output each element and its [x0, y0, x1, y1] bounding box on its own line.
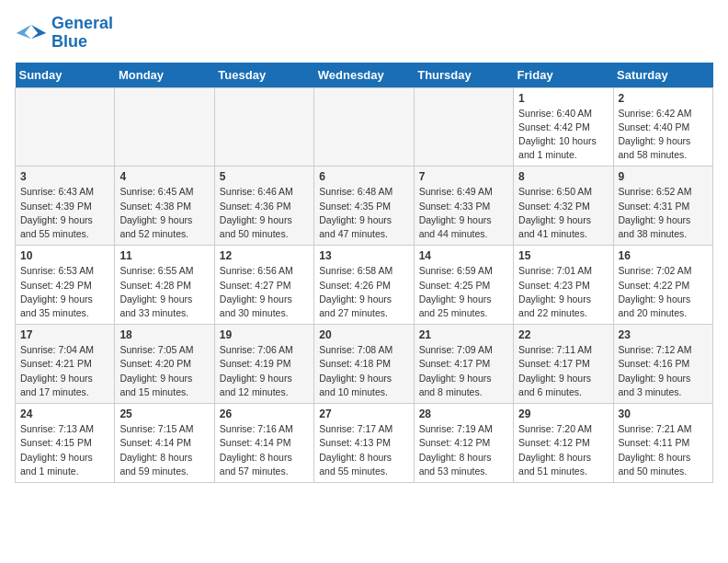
day-info: Sunrise: 7:01 AM Sunset: 4:23 PM Dayligh… — [518, 264, 608, 320]
day-info: Sunrise: 6:43 AM Sunset: 4:39 PM Dayligh… — [20, 185, 109, 241]
day-number: 5 — [220, 170, 309, 183]
day-number: 27 — [319, 408, 408, 420]
day-info: Sunrise: 6:46 AM Sunset: 4:36 PM Dayligh… — [220, 185, 309, 241]
calendar-cell: 12Sunrise: 6:56 AM Sunset: 4:27 PM Dayli… — [214, 246, 313, 325]
day-info: Sunrise: 7:17 AM Sunset: 4:13 PM Dayligh… — [319, 422, 408, 478]
calendar-cell: 29Sunrise: 7:20 AM Sunset: 4:12 PM Dayli… — [514, 404, 613, 483]
calendar-cell: 14Sunrise: 6:59 AM Sunset: 4:25 PM Dayli… — [414, 246, 513, 325]
svg-marker-1 — [17, 25, 31, 39]
day-number: 12 — [220, 249, 309, 262]
day-info: Sunrise: 6:53 AM Sunset: 4:29 PM Dayligh… — [20, 264, 109, 320]
calendar-cell: 3Sunrise: 6:43 AM Sunset: 4:39 PM Daylig… — [16, 167, 115, 246]
day-number: 22 — [518, 328, 608, 341]
day-number: 6 — [319, 170, 408, 183]
day-info: Sunrise: 7:02 AM Sunset: 4:22 PM Dayligh… — [619, 264, 708, 320]
day-info: Sunrise: 6:59 AM Sunset: 4:25 PM Dayligh… — [419, 264, 508, 320]
day-info: Sunrise: 7:16 AM Sunset: 4:14 PM Dayligh… — [220, 422, 309, 478]
day-info: Sunrise: 7:06 AM Sunset: 4:19 PM Dayligh… — [220, 343, 309, 399]
day-number: 25 — [119, 408, 209, 420]
svg-marker-0 — [31, 25, 46, 39]
calendar-cell: 18Sunrise: 7:05 AM Sunset: 4:20 PM Dayli… — [115, 325, 214, 404]
day-info: Sunrise: 6:56 AM Sunset: 4:27 PM Dayligh… — [220, 264, 309, 320]
day-number: 9 — [619, 170, 708, 183]
day-info: Sunrise: 7:04 AM Sunset: 4:21 PM Dayligh… — [20, 343, 109, 399]
calendar-cell: 21Sunrise: 7:09 AM Sunset: 4:17 PM Dayli… — [414, 325, 513, 404]
day-info: Sunrise: 6:48 AM Sunset: 4:35 PM Dayligh… — [319, 185, 408, 241]
day-info: Sunrise: 6:45 AM Sunset: 4:38 PM Dayligh… — [119, 185, 209, 241]
calendar-body: 1Sunrise: 6:40 AM Sunset: 4:42 PM Daylig… — [16, 87, 713, 482]
header-day-monday: Monday — [115, 63, 214, 88]
calendar-cell: 26Sunrise: 7:16 AM Sunset: 4:14 PM Dayli… — [214, 404, 313, 483]
week-row-2: 3Sunrise: 6:43 AM Sunset: 4:39 PM Daylig… — [16, 167, 713, 246]
calendar-header: SundayMondayTuesdayWednesdayThursdayFrid… — [16, 63, 713, 88]
day-number: 26 — [220, 408, 309, 420]
calendar-cell: 6Sunrise: 6:48 AM Sunset: 4:35 PM Daylig… — [314, 167, 414, 246]
calendar-cell — [314, 87, 414, 167]
day-info: Sunrise: 7:11 AM Sunset: 4:17 PM Dayligh… — [518, 343, 608, 399]
day-number: 23 — [619, 328, 708, 341]
week-row-3: 10Sunrise: 6:53 AM Sunset: 4:29 PM Dayli… — [16, 246, 713, 325]
logo-icon — [15, 20, 48, 46]
day-number: 19 — [220, 328, 309, 341]
day-info: Sunrise: 7:12 AM Sunset: 4:16 PM Dayligh… — [619, 343, 708, 399]
day-number: 15 — [518, 249, 608, 262]
day-info: Sunrise: 6:42 AM Sunset: 4:40 PM Dayligh… — [619, 107, 708, 163]
day-info: Sunrise: 7:15 AM Sunset: 4:14 PM Dayligh… — [119, 422, 209, 478]
calendar-cell: 24Sunrise: 7:13 AM Sunset: 4:15 PM Dayli… — [16, 404, 115, 483]
day-info: Sunrise: 6:55 AM Sunset: 4:28 PM Dayligh… — [119, 264, 209, 320]
calendar-cell: 10Sunrise: 6:53 AM Sunset: 4:29 PM Dayli… — [16, 246, 115, 325]
day-number: 3 — [20, 170, 109, 183]
header-day-tuesday: Tuesday — [214, 63, 313, 88]
header-day-friday: Friday — [514, 63, 613, 88]
week-row-1: 1Sunrise: 6:40 AM Sunset: 4:42 PM Daylig… — [16, 87, 713, 167]
day-info: Sunrise: 6:52 AM Sunset: 4:31 PM Dayligh… — [619, 185, 708, 241]
day-info: Sunrise: 7:08 AM Sunset: 4:18 PM Dayligh… — [319, 343, 408, 399]
logo-text: General Blue — [51, 15, 113, 52]
day-info: Sunrise: 7:13 AM Sunset: 4:15 PM Dayligh… — [20, 422, 109, 478]
calendar-cell: 9Sunrise: 6:52 AM Sunset: 4:31 PM Daylig… — [613, 167, 712, 246]
calendar-cell: 15Sunrise: 7:01 AM Sunset: 4:23 PM Dayli… — [514, 246, 613, 325]
calendar-cell — [16, 87, 115, 167]
day-number: 18 — [119, 328, 209, 341]
calendar-cell: 23Sunrise: 7:12 AM Sunset: 4:16 PM Dayli… — [613, 325, 712, 404]
header-day-wednesday: Wednesday — [314, 63, 414, 88]
calendar-cell: 28Sunrise: 7:19 AM Sunset: 4:12 PM Dayli… — [414, 404, 513, 483]
day-info: Sunrise: 7:21 AM Sunset: 4:11 PM Dayligh… — [619, 422, 708, 478]
day-info: Sunrise: 6:40 AM Sunset: 4:42 PM Dayligh… — [518, 107, 608, 163]
day-number: 13 — [319, 249, 408, 262]
calendar-cell: 17Sunrise: 7:04 AM Sunset: 4:21 PM Dayli… — [16, 325, 115, 404]
calendar-cell: 20Sunrise: 7:08 AM Sunset: 4:18 PM Dayli… — [314, 325, 414, 404]
calendar-cell: 22Sunrise: 7:11 AM Sunset: 4:17 PM Dayli… — [514, 325, 613, 404]
day-info: Sunrise: 7:20 AM Sunset: 4:12 PM Dayligh… — [518, 422, 608, 478]
calendar-cell — [115, 87, 214, 167]
day-number: 29 — [518, 408, 608, 420]
day-number: 24 — [20, 408, 109, 420]
day-number: 7 — [419, 170, 508, 183]
day-info: Sunrise: 6:58 AM Sunset: 4:26 PM Dayligh… — [319, 264, 408, 320]
day-number: 11 — [119, 249, 209, 262]
week-row-4: 17Sunrise: 7:04 AM Sunset: 4:21 PM Dayli… — [16, 325, 713, 404]
day-info: Sunrise: 7:19 AM Sunset: 4:12 PM Dayligh… — [419, 422, 508, 478]
calendar-cell: 25Sunrise: 7:15 AM Sunset: 4:14 PM Dayli… — [115, 404, 214, 483]
day-number: 4 — [119, 170, 209, 183]
header-day-saturday: Saturday — [613, 63, 712, 88]
header: General Blue — [15, 15, 713, 52]
calendar-table: SundayMondayTuesdayWednesdayThursdayFrid… — [15, 63, 713, 483]
calendar-cell: 5Sunrise: 6:46 AM Sunset: 4:36 PM Daylig… — [214, 167, 313, 246]
day-number: 14 — [419, 249, 508, 262]
day-number: 2 — [619, 92, 708, 105]
day-number: 21 — [419, 328, 508, 341]
header-day-thursday: Thursday — [414, 63, 513, 88]
header-day-sunday: Sunday — [16, 63, 115, 88]
header-row: SundayMondayTuesdayWednesdayThursdayFrid… — [16, 63, 713, 88]
day-info: Sunrise: 6:50 AM Sunset: 4:32 PM Dayligh… — [518, 185, 608, 241]
calendar-cell: 7Sunrise: 6:49 AM Sunset: 4:33 PM Daylig… — [414, 167, 513, 246]
calendar-cell: 27Sunrise: 7:17 AM Sunset: 4:13 PM Dayli… — [314, 404, 414, 483]
day-number: 28 — [419, 408, 508, 420]
calendar-cell — [414, 87, 513, 167]
day-number: 16 — [619, 249, 708, 262]
logo: General Blue — [15, 15, 113, 52]
calendar-cell: 4Sunrise: 6:45 AM Sunset: 4:38 PM Daylig… — [115, 167, 214, 246]
calendar-cell: 8Sunrise: 6:50 AM Sunset: 4:32 PM Daylig… — [514, 167, 613, 246]
week-row-5: 24Sunrise: 7:13 AM Sunset: 4:15 PM Dayli… — [16, 404, 713, 483]
